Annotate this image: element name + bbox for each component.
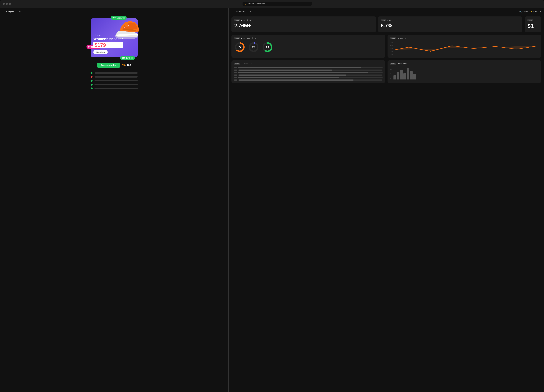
bar-item-1 bbox=[393, 75, 396, 80]
bar-item-7 bbox=[413, 74, 416, 80]
total-clicks-card: ⋯ Sum Total Clicks 2.76M+ bbox=[231, 17, 376, 32]
ctr-badge-bottom: CTR 6.2% ▲ bbox=[120, 56, 135, 60]
sum-badge-clicks: Sum bbox=[234, 19, 240, 21]
browser-dot-3 bbox=[9, 3, 11, 5]
donut-label-1: 77 bbox=[238, 46, 241, 49]
checklist-item-2 bbox=[91, 76, 138, 78]
clicks-by-h-title: Clicks by H bbox=[397, 63, 407, 65]
ad-title: Womens sneaker bbox=[93, 37, 123, 41]
card-menu-ctr[interactable]: ⋯ bbox=[518, 18, 520, 21]
ctr-bar-track-6 bbox=[238, 80, 382, 81]
donut-2: 29 bbox=[248, 42, 259, 53]
ctr-bar-track-3 bbox=[238, 72, 382, 73]
impressions-card: Sum Total Impressions 77 bbox=[231, 35, 385, 58]
ctr-bar-track-1 bbox=[238, 67, 382, 68]
bar-3 bbox=[95, 80, 138, 81]
dot-green-3 bbox=[91, 84, 93, 86]
ctr-bar-label-1 bbox=[234, 67, 237, 68]
sum-badge-ctr-cta: Sum bbox=[234, 63, 240, 65]
tab-dashboard[interactable]: Dashboard bbox=[232, 9, 248, 14]
recommended-badge: Recommended bbox=[97, 63, 120, 68]
ctr-bar-track-4 bbox=[238, 75, 382, 76]
checklist-item-4 bbox=[91, 84, 138, 86]
score-total: / bbox=[125, 64, 126, 67]
ctr-bar-label-4 bbox=[234, 75, 237, 76]
clipped-stat-card: Sum $1 bbox=[525, 17, 541, 32]
ad-card: CTR 12.7% ▲ CTR 2.6% ▲ CTR 6.2% ▲ bbox=[91, 18, 138, 57]
ctr-bar-fill-3 bbox=[238, 72, 368, 73]
ctr-bar-label-3 bbox=[234, 72, 237, 73]
browser-chrome: 🔒 https://rocketium.com/ bbox=[0, 0, 544, 8]
checklist-item-1 bbox=[91, 72, 138, 74]
ctr-bar-label-6 bbox=[234, 80, 237, 81]
dot-green-4 bbox=[91, 87, 93, 89]
ctr-by-cta-title: CTR by CTA bbox=[241, 63, 252, 65]
donut-3: 86 bbox=[262, 42, 273, 53]
heart-icon: ♥ bbox=[93, 34, 94, 36]
ctr-bar-fill-6 bbox=[238, 80, 354, 81]
stat-value-extra: $1 bbox=[527, 23, 538, 29]
tab-add-dashboard[interactable]: + bbox=[248, 10, 253, 14]
ctr-bar-track-2 bbox=[238, 69, 382, 71]
analytics-tabs: Analytics + bbox=[0, 8, 228, 14]
ctr-by-cta-card: Sum CTR by CTA bbox=[231, 60, 385, 83]
dashboard-tabs: Dashboard + 🔍 Search ⚡ Filter ♥ bbox=[229, 8, 544, 14]
filter-button[interactable]: ⚡ Filter bbox=[530, 11, 537, 13]
ctr-bar-fill-4 bbox=[238, 75, 346, 76]
dashboard-toolbar: 🔍 Search ⚡ Filter ♥ bbox=[519, 11, 541, 13]
section-row-ctr: Sum CTR by CTA bbox=[231, 60, 541, 83]
donut-row: 77 29 bbox=[234, 42, 382, 53]
bar-col-3 bbox=[400, 70, 403, 80]
sum-badge-clicks-h: Sum bbox=[390, 63, 396, 65]
section-row-impressions: Sum Total Impressions 77 bbox=[231, 35, 541, 58]
clicks-by-h-card: Sum Clicks by H 500 No 0 bbox=[388, 60, 541, 83]
ctr-bar-label-2 bbox=[234, 69, 237, 71]
search-button[interactable]: 🔍 Search bbox=[519, 11, 528, 13]
tab-analytics[interactable]: Analytics bbox=[3, 9, 17, 14]
stat-label-ctr: CTR bbox=[388, 19, 391, 21]
bar-col-7 bbox=[413, 74, 416, 80]
score-display: 95 / 100 bbox=[122, 64, 131, 67]
sum-badge-ctr: Sum bbox=[381, 19, 386, 21]
line-chart: 500 400 300 200 100 bbox=[390, 42, 538, 55]
url-bar[interactable]: 🔒 https://rocketium.com/ bbox=[242, 2, 312, 6]
ad-brand: ♥ Sneak bbox=[93, 34, 123, 36]
stat-label-row-extra: Sum bbox=[527, 19, 538, 21]
dot-red-1 bbox=[91, 76, 93, 78]
shop-now-button[interactable]: Shop Now bbox=[93, 50, 108, 54]
bar-5 bbox=[95, 88, 138, 89]
ctr-bar-fill-5 bbox=[238, 77, 339, 78]
bar-item-5 bbox=[407, 69, 409, 80]
donut-label-2: 29 bbox=[252, 46, 255, 49]
bar-col-5 bbox=[407, 69, 409, 80]
up-arrow-icon-bottom: ▲ bbox=[131, 57, 133, 59]
stats-row: ⋯ Sum Total Clicks 2.76M+ ⋯ Sum CTR 6.7% bbox=[231, 17, 541, 32]
donut-label-3: 86 bbox=[266, 46, 269, 49]
stat-value-ctr: 6.7% bbox=[381, 23, 520, 29]
left-panel: Analytics + CTR 12.7% ▲ CTR 2.6% ▲ bbox=[0, 8, 228, 392]
ad-price: $179 bbox=[93, 42, 123, 48]
ctr-bars bbox=[234, 67, 382, 81]
ctr-bar-label-5 bbox=[234, 77, 237, 78]
url-text: https://rocketium.com/ bbox=[248, 3, 265, 5]
bar-item-3 bbox=[400, 70, 403, 80]
bar-2 bbox=[95, 76, 138, 78]
bar-item-4 bbox=[403, 73, 406, 80]
score-max: 100 bbox=[127, 64, 131, 67]
checklist bbox=[91, 72, 138, 89]
cost-header: Sum Cost per le bbox=[390, 37, 538, 39]
dot-green-2 bbox=[91, 80, 93, 82]
impressions-header: Sum Total Impressions bbox=[234, 37, 382, 39]
cost-title: Cost per le bbox=[397, 37, 406, 39]
ctr-bar-row-3 bbox=[234, 72, 382, 73]
ctr-bar-row-2 bbox=[234, 69, 382, 71]
card-menu-clicks[interactable]: ⋯ bbox=[372, 18, 374, 21]
tab-add-analytics[interactable]: + bbox=[18, 10, 22, 14]
browser-dot-1 bbox=[3, 3, 5, 5]
stat-label-clicks: Total Clicks bbox=[241, 19, 251, 21]
bar-col-1 bbox=[393, 75, 396, 80]
bar-chart-container: 500 No 0 bbox=[390, 67, 538, 80]
ad-card-content: ♥ Sneak Womens sneaker $179 Shop Now bbox=[93, 34, 123, 54]
heart-button[interactable]: ♥ bbox=[540, 11, 541, 13]
bar-chart-y-axis: 500 No 0 bbox=[390, 69, 392, 80]
